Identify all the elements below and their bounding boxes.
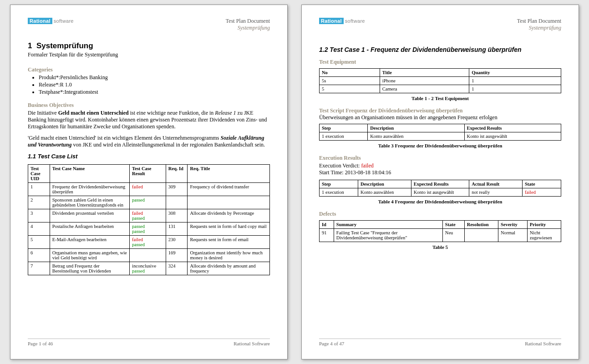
th-priority: Priority	[527, 221, 561, 229]
categories-list: Produkt*:Persönliches Banking Release*:R…	[39, 74, 270, 96]
categories-label: Categories	[28, 66, 270, 73]
table-row: 1 executionKonto auswählenKonto ist ausg…	[320, 132, 561, 141]
doc-subtitle: Systemprüfung	[517, 25, 561, 31]
cell-qty: 1	[469, 85, 561, 93]
footer-company: Rational Software	[234, 341, 270, 346]
cell-result: failedpassed	[130, 209, 166, 222]
th-title: Title	[380, 69, 469, 77]
cell-name: Dividenden prozentual verteilen	[50, 209, 129, 222]
category-item: Release*:R 1.0	[39, 81, 270, 88]
table-row: 6Organisation muss genau angeben, wie vi…	[28, 249, 270, 262]
logo-right: software	[52, 18, 75, 24]
cell-reqid: 131	[166, 222, 188, 236]
th-name: Test Case Name	[50, 165, 129, 183]
test-equipment-label: Test Equipment	[319, 59, 561, 66]
cell-result: inconclusivepassed	[130, 262, 166, 275]
table-header-row: Id Summary State Resolution Severity Pri…	[320, 221, 561, 229]
th-step: Step	[320, 124, 368, 132]
th-reqtitle: Req. Title	[188, 165, 270, 183]
cell-uid: 7	[28, 262, 50, 275]
cell-uid: 1	[28, 183, 50, 196]
table-row: 5E-Mail-Anfragen bearbeitenfailedpassed2…	[28, 236, 270, 249]
table-row: 2Sponsoren zahlen Geld in einen gebündel…	[28, 196, 270, 209]
defects-table: Id Summary State Resolution Severity Pri…	[319, 220, 561, 242]
table-row: 1 executionKonto auswählenKonto ist ausg…	[320, 188, 561, 197]
page-footer: Page 4 of 47 Rational Software	[319, 339, 561, 346]
table-header-row: No Title Quantity	[320, 69, 561, 77]
result-passed: passed	[132, 224, 145, 229]
category-item: Produkt*:Persönliches Banking	[39, 74, 270, 81]
doc-subtitle: Systemprüfung	[226, 25, 270, 31]
logo-left: Rational	[28, 18, 52, 24]
cell-result: passedpassed	[130, 222, 166, 236]
cell-reqtitle: Requests sent in form of hard copy mail	[188, 222, 270, 236]
cell-name: Sponsoren zahlen Geld in einen gebündelt…	[50, 196, 129, 209]
logo-left: Rational	[319, 18, 344, 24]
table-header-row: Test Case UID Test Case Name Test Case R…	[28, 165, 270, 183]
cell-id: 91	[320, 229, 334, 242]
business-objectives-label: Business Objectives	[28, 102, 270, 109]
page-header: Rational software Test Plan Document Sys…	[28, 18, 270, 31]
cell-exp: Konto ist ausgewählt	[411, 188, 469, 197]
th-resolution: Resolution	[464, 221, 498, 229]
cell-name: Organisation muss genau angeben, wie vie…	[50, 249, 129, 262]
section-no: 1	[28, 41, 32, 50]
category-item: Testphase*:Integrationstest	[39, 89, 270, 96]
verdict-value: failed	[361, 162, 373, 169]
cell-reqid: 309	[166, 183, 188, 196]
cell-state: failed	[523, 188, 561, 197]
cell-exp: Konto ist ausgewählt	[464, 132, 561, 141]
cell-step: 1 execution	[320, 188, 358, 197]
cell-priority: Nicht zugewiesen	[527, 229, 561, 242]
defects-label: Defects	[319, 211, 561, 217]
doc-title: Test Plan Document	[226, 18, 270, 25]
th-id: Id	[320, 221, 334, 229]
document-page-2: Rational software Test Plan Document Sys…	[301, 5, 579, 359]
result-passed: passed	[132, 216, 145, 221]
logo-right: software	[344, 18, 366, 24]
cell-qty: 1	[469, 77, 561, 85]
cell-uid: 6	[28, 249, 50, 262]
th-step: Step	[320, 180, 358, 188]
th-summary: Summary	[334, 221, 442, 229]
table-row: 3Dividenden prozentual verteilenfailedpa…	[28, 209, 270, 222]
section-title: Systemprüfung	[36, 41, 93, 50]
cell-reqid: 324	[166, 262, 188, 275]
test-script-label: Test Script Frequenz der Dividendenüberw…	[319, 107, 462, 114]
cell-uid: 5	[28, 236, 50, 249]
cell-resolution	[464, 229, 498, 242]
result-passed: passed	[132, 229, 145, 234]
th-reqid: Req. Id	[166, 165, 188, 183]
th-uid: Test Case UID	[28, 165, 50, 183]
footer-page-no: Page 1 of 46	[28, 341, 53, 346]
result-inconclusive: inconclusive	[132, 263, 156, 268]
cell-reqid: 169	[166, 249, 188, 262]
result-failed: failed	[132, 184, 143, 189]
footer-page-no: Page 4 of 47	[319, 341, 344, 346]
cell-reqtitle	[188, 196, 270, 209]
th-state: State	[442, 221, 464, 229]
doc-title: Test Plan Document	[517, 18, 561, 25]
th-no: No	[320, 69, 380, 77]
section-subtitle: Formaler Testplan für die Systemprüfung	[28, 51, 270, 58]
test-equipment-table: No Title Quantity 5siPhone15Camera1	[319, 68, 561, 93]
result-failed: failed	[132, 237, 143, 242]
th-desc: Description	[358, 180, 411, 188]
table-header-row: Step Description Expected Results	[320, 124, 561, 132]
table-row: 91Failing Test Case "Frequenz der Divide…	[320, 229, 561, 242]
th-qty: Quantity	[469, 69, 561, 77]
cell-result: failedpassed	[130, 236, 166, 249]
table-row: 4Postalische Anfragen bearbeitenpassedpa…	[28, 222, 270, 236]
cell-uid: 2	[28, 196, 50, 209]
page-body: 1.2 Test Case 1 - Frequenz der Dividende…	[319, 41, 561, 339]
result-passed: passed	[132, 242, 145, 247]
cell-name: Postalische Anfragen bearbeiten	[50, 222, 129, 236]
th-severity: Severity	[498, 221, 527, 229]
result-failed: failed	[525, 190, 536, 195]
test-case-heading: 1.2 Test Case 1 - Frequenz der Dividende…	[319, 46, 561, 53]
cell-uid: 4	[28, 222, 50, 236]
cell-state: Neu	[442, 229, 464, 242]
cell-title: iPhone	[380, 77, 469, 85]
cell-reqtitle: Frequency of dividend transfer	[188, 183, 270, 196]
logo: Rational software	[28, 18, 75, 24]
